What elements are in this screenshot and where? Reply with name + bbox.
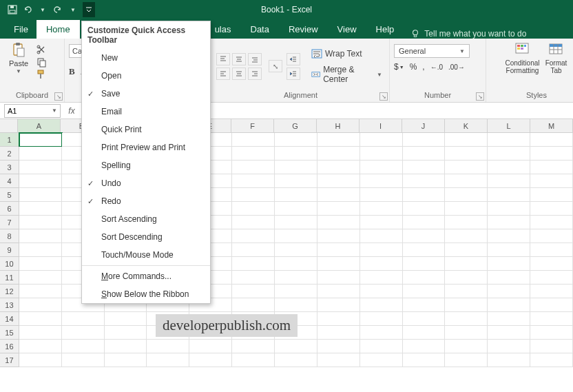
- qat-menu-item-save[interactable]: ✓Save: [82, 85, 210, 103]
- cell-H3[interactable]: [317, 161, 360, 174]
- save-icon[interactable]: [7, 4, 18, 15]
- cell-F13[interactable]: [232, 298, 275, 312]
- cell-M1[interactable]: [530, 133, 573, 147]
- cell-G2[interactable]: [275, 147, 317, 161]
- cell-I16[interactable]: [360, 340, 403, 353]
- cell-K10[interactable]: [445, 257, 488, 271]
- cell-E16[interactable]: [189, 340, 232, 353]
- cell-M15[interactable]: [530, 326, 573, 340]
- cell-F12[interactable]: [232, 285, 275, 298]
- cell-D14[interactable]: [147, 312, 189, 326]
- cell-L17[interactable]: [488, 353, 530, 367]
- cell-F8[interactable]: [232, 229, 275, 243]
- cell-J2[interactable]: [403, 147, 446, 161]
- clipboard-dialog-launcher[interactable]: ↘: [54, 92, 63, 101]
- cell-J17[interactable]: [403, 353, 446, 367]
- cell-F9[interactable]: [232, 243, 275, 257]
- column-header-G[interactable]: G: [274, 119, 317, 132]
- cell-J15[interactable]: [403, 326, 446, 340]
- qat-menu-show-below[interactable]: Show Below the Ribbon: [82, 285, 210, 303]
- qat-menu-item-sort-descending[interactable]: Sort Descending: [82, 228, 210, 246]
- qat-menu-item-spelling[interactable]: Spelling: [82, 156, 210, 174]
- cell-E15[interactable]: [189, 326, 232, 340]
- cell-F10[interactable]: [232, 257, 275, 271]
- cell-G8[interactable]: [275, 229, 317, 243]
- cell-I5[interactable]: [360, 188, 403, 202]
- cell-F16[interactable]: [232, 340, 275, 353]
- cell-L12[interactable]: [488, 285, 530, 298]
- cell-J16[interactable]: [403, 340, 446, 353]
- qat-customize-button[interactable]: [83, 2, 95, 17]
- cell-L3[interactable]: [488, 161, 530, 174]
- cell-G16[interactable]: [275, 340, 317, 353]
- cell-M11[interactable]: [530, 271, 573, 285]
- redo-dropdown-icon[interactable]: ▼: [67, 4, 79, 15]
- row-header-13[interactable]: 13: [0, 298, 19, 312]
- cell-M10[interactable]: [530, 257, 573, 271]
- align-left-button[interactable]: [216, 68, 230, 80]
- cell-K6[interactable]: [445, 202, 488, 216]
- row-header-1[interactable]: 1: [0, 133, 19, 147]
- column-header-K[interactable]: K: [445, 119, 488, 132]
- cell-H8[interactable]: [317, 229, 360, 243]
- decrease-decimal-button[interactable]: .00→: [448, 62, 465, 72]
- increase-decimal-button[interactable]: ←.0: [430, 62, 443, 72]
- cell-F5[interactable]: [232, 188, 275, 202]
- cell-L4[interactable]: [488, 174, 530, 188]
- cell-M16[interactable]: [530, 340, 573, 353]
- cell-A2[interactable]: [19, 147, 62, 161]
- cell-A17[interactable]: [19, 353, 62, 367]
- row-header-10[interactable]: 10: [0, 257, 19, 271]
- conditional-formatting-button[interactable]: Conditional Formatting: [504, 41, 541, 74]
- qat-menu-item-email[interactable]: Email: [82, 103, 210, 121]
- name-box[interactable]: A1 ▼: [4, 104, 61, 118]
- cell-F15[interactable]: [232, 326, 275, 340]
- tab-view[interactable]: View: [328, 20, 366, 39]
- cell-M9[interactable]: [530, 243, 573, 257]
- cell-I2[interactable]: [360, 147, 403, 161]
- column-header-J[interactable]: J: [402, 119, 445, 132]
- tab-help[interactable]: Help: [366, 20, 404, 39]
- row-header-16[interactable]: 16: [0, 340, 19, 353]
- alignment-dialog-launcher[interactable]: ↘: [379, 92, 388, 101]
- qat-menu-item-quick-print[interactable]: Quick Print: [82, 121, 210, 138]
- cell-M14[interactable]: [530, 312, 573, 326]
- cell-J9[interactable]: [403, 243, 446, 257]
- tab-formulas-partial[interactable]: ulas: [212, 20, 241, 39]
- cell-I7[interactable]: [360, 216, 403, 229]
- cell-B17[interactable]: [62, 353, 105, 367]
- decrease-indent-button[interactable]: [286, 53, 300, 65]
- tab-review[interactable]: Review: [279, 20, 328, 39]
- cell-J13[interactable]: [403, 298, 446, 312]
- tell-me[interactable]: Tell me what you want to do: [404, 29, 533, 39]
- cell-L6[interactable]: [488, 202, 530, 216]
- cell-I1[interactable]: [360, 133, 403, 147]
- cell-K17[interactable]: [445, 353, 488, 367]
- currency-button[interactable]: $▼: [394, 62, 404, 72]
- row-header-14[interactable]: 14: [0, 312, 19, 326]
- paste-button[interactable]: Paste ▼: [4, 41, 33, 75]
- cell-H13[interactable]: [317, 298, 360, 312]
- tab-file[interactable]: File: [6, 20, 37, 39]
- cell-I10[interactable]: [360, 257, 403, 271]
- percent-button[interactable]: %: [410, 62, 417, 72]
- row-header-7[interactable]: 7: [0, 216, 19, 229]
- cell-H10[interactable]: [317, 257, 360, 271]
- qat-menu-item-redo[interactable]: ✓Redo: [82, 192, 210, 210]
- insert-function-button[interactable]: fx: [65, 106, 79, 116]
- cell-K14[interactable]: [445, 312, 488, 326]
- align-middle-button[interactable]: [232, 53, 246, 65]
- column-header-A[interactable]: A: [18, 119, 61, 132]
- align-right-button[interactable]: [248, 68, 262, 80]
- cell-M5[interactable]: [530, 188, 573, 202]
- copy-icon[interactable]: [36, 56, 47, 68]
- cell-M13[interactable]: [530, 298, 573, 312]
- cell-H17[interactable]: [317, 353, 360, 367]
- cell-J10[interactable]: [403, 257, 446, 271]
- cell-H12[interactable]: [317, 285, 360, 298]
- cell-G17[interactable]: [275, 353, 317, 367]
- wrap-text-button[interactable]: Wrap Text: [309, 47, 385, 61]
- format-painter-icon[interactable]: [36, 69, 47, 80]
- cell-B14[interactable]: [62, 312, 105, 326]
- cell-I8[interactable]: [360, 229, 403, 243]
